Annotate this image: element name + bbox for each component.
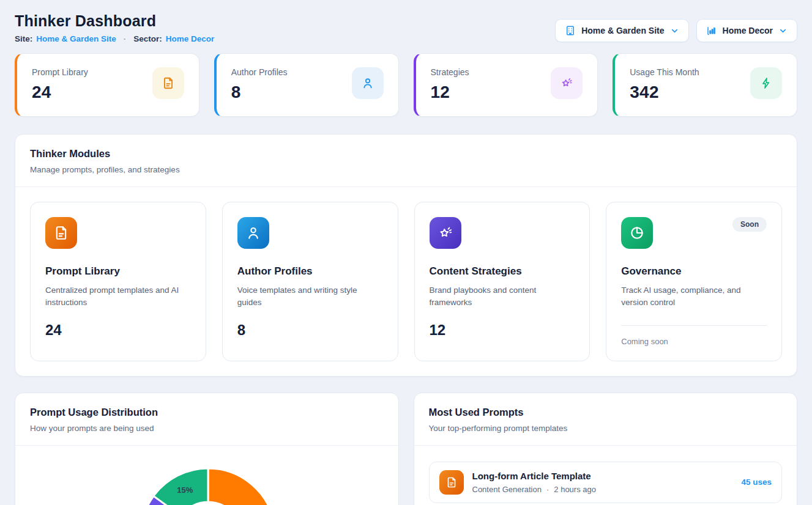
stat-label: Prompt Library bbox=[32, 67, 88, 77]
thinker-modules-panel: Thinker Modules Manage prompts, profiles… bbox=[15, 134, 797, 377]
module-title: Prompt Library bbox=[45, 265, 191, 278]
module-description: Voice templates and writing style guides bbox=[237, 284, 383, 309]
module-card-governance[interactable]: Soon Governance Track AI usage, complian… bbox=[606, 202, 782, 361]
most-used-title: Most Used Prompts bbox=[429, 407, 783, 418]
document-icon bbox=[152, 67, 184, 99]
stat-value: 12 bbox=[431, 83, 469, 102]
prompt-category: Content Generation bbox=[472, 485, 542, 494]
stats-row: Prompt Library 24 Author Profiles 8 bbox=[15, 53, 797, 117]
site-label: Site: bbox=[15, 34, 32, 43]
sector-selector-label: Home Decor bbox=[723, 26, 773, 35]
prompt-title: Long-form Article Template bbox=[472, 471, 733, 481]
most-used-prompts-panel: Most Used Prompts Your top-performing pr… bbox=[414, 393, 798, 505]
modules-grid: Prompt Library Centralized prompt templa… bbox=[15, 187, 797, 376]
sparkle-star-icon bbox=[430, 217, 461, 249]
stat-value: 8 bbox=[231, 83, 288, 102]
chevron-down-icon bbox=[670, 26, 679, 35]
usage-distribution-panel: Prompt Usage Distribution How your promp… bbox=[15, 393, 399, 505]
modules-header: Thinker Modules Manage prompts, profiles… bbox=[15, 135, 797, 187]
module-count: 24 bbox=[45, 322, 191, 339]
site-link[interactable]: Home & Garden Site bbox=[36, 34, 116, 43]
stat-label: Author Profiles bbox=[231, 67, 288, 77]
coming-soon-text: Coming soon bbox=[621, 337, 767, 346]
bottom-row: Prompt Usage Distribution How your promp… bbox=[15, 393, 797, 505]
breadcrumb: Site: Home & Garden Site · Sector: Home … bbox=[15, 34, 214, 43]
prompt-uses-count: 45 uses bbox=[741, 477, 772, 487]
pie-chart-icon bbox=[621, 217, 653, 249]
building-icon bbox=[565, 25, 576, 36]
site-selector-dropdown[interactable]: Home & Garden Site bbox=[555, 19, 688, 42]
module-title: Content Strategies bbox=[430, 265, 575, 278]
person-icon bbox=[352, 67, 384, 99]
document-icon bbox=[45, 217, 77, 249]
modules-title: Thinker Modules bbox=[30, 148, 782, 160]
stat-label: Usage This Month bbox=[630, 67, 699, 77]
sector-label: Sector: bbox=[133, 34, 162, 43]
sparkle-star-icon bbox=[551, 67, 583, 99]
stat-card-strategies: Strategies 12 bbox=[414, 53, 598, 117]
donut-chart-area: 15% bbox=[15, 446, 398, 505]
modules-subtitle: Manage prompts, profiles, and strategies bbox=[30, 165, 782, 174]
sector-link[interactable]: Home Decor bbox=[166, 34, 215, 43]
document-icon bbox=[439, 470, 464, 495]
module-card-author-profiles[interactable]: Author Profiles Voice templates and writ… bbox=[222, 202, 398, 361]
soon-badge: Soon bbox=[732, 217, 767, 232]
site-selector-label: Home & Garden Site bbox=[581, 26, 664, 35]
person-icon bbox=[237, 217, 269, 249]
prompt-separator: · bbox=[546, 485, 549, 494]
donut-segment bbox=[208, 468, 275, 505]
usage-distribution-subtitle: How your prompts are being used bbox=[30, 424, 384, 433]
page-title: Thinker Dashboard bbox=[15, 12, 214, 30]
prompt-list-item[interactable]: Long-form Article Template Content Gener… bbox=[429, 462, 783, 503]
header-selectors: Home & Garden Site Home Decor bbox=[555, 19, 797, 42]
module-card-prompt-library[interactable]: Prompt Library Centralized prompt templa… bbox=[30, 202, 206, 361]
usage-distribution-header: Prompt Usage Distribution How your promp… bbox=[15, 393, 398, 446]
stat-card-author-profiles: Author Profiles 8 bbox=[214, 53, 399, 117]
module-count: 8 bbox=[237, 322, 383, 339]
usage-donut-chart: 15% bbox=[135, 462, 281, 505]
prompt-list: Long-form Article Template Content Gener… bbox=[414, 446, 797, 505]
sector-selector-dropdown[interactable]: Home Decor bbox=[696, 19, 797, 42]
module-card-content-strategies[interactable]: Content Strategies Brand playbooks and c… bbox=[414, 202, 590, 361]
bar-chart-icon bbox=[706, 25, 717, 36]
module-count: 12 bbox=[430, 322, 575, 339]
dashboard-page: Thinker Dashboard Site: Home & Garden Si… bbox=[0, 0, 812, 505]
donut-segment-label: 15% bbox=[177, 485, 193, 495]
prompt-time: 2 hours ago bbox=[554, 485, 596, 494]
chevron-down-icon bbox=[778, 26, 788, 35]
divider bbox=[621, 325, 767, 326]
breadcrumb-separator: · bbox=[124, 34, 127, 43]
most-used-header: Most Used Prompts Your top-performing pr… bbox=[414, 393, 797, 446]
most-used-subtitle: Your top-performing prompt templates bbox=[429, 424, 783, 433]
module-description: Brand playbooks and content frameworks bbox=[430, 284, 575, 309]
stat-card-prompt-library: Prompt Library 24 bbox=[15, 53, 199, 117]
stat-card-usage: Usage This Month 342 bbox=[613, 53, 797, 117]
stat-value: 342 bbox=[630, 83, 699, 102]
module-title: Author Profiles bbox=[237, 265, 383, 278]
module-description: Track AI usage, compliance, and version … bbox=[621, 284, 767, 309]
module-description: Centralized prompt templates and AI inst… bbox=[45, 284, 191, 309]
usage-distribution-title: Prompt Usage Distribution bbox=[30, 407, 384, 418]
header-left: Thinker Dashboard Site: Home & Garden Si… bbox=[15, 12, 214, 43]
module-title: Governance bbox=[621, 265, 767, 278]
lightning-bolt-icon bbox=[750, 67, 782, 99]
stat-label: Strategies bbox=[431, 67, 469, 77]
header: Thinker Dashboard Site: Home & Garden Si… bbox=[15, 12, 797, 43]
stat-value: 24 bbox=[32, 83, 88, 102]
